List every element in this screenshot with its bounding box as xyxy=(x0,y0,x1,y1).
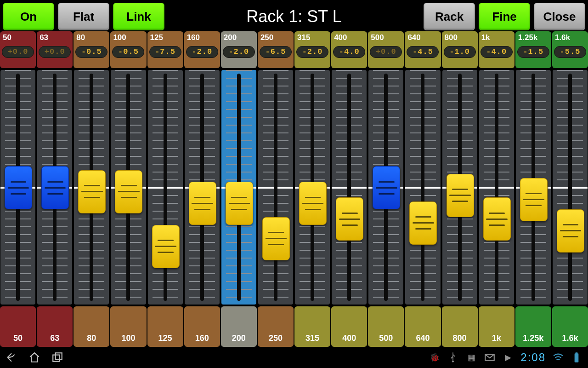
fine-button[interactable]: Fine xyxy=(479,3,530,30)
band-footer[interactable]: 160 xyxy=(184,306,220,347)
link-button[interactable]: Link xyxy=(113,3,164,30)
band-header[interactable]: 200-2.0 xyxy=(221,31,257,68)
band-footer[interactable]: 1k xyxy=(479,306,514,347)
band-gain-readout: -2.0 xyxy=(296,46,328,58)
band-footer[interactable]: 100 xyxy=(110,306,146,347)
back-icon[interactable] xyxy=(6,351,17,363)
fader-knob[interactable] xyxy=(262,217,290,260)
band-header[interactable]: 400-4.0 xyxy=(331,31,367,68)
band-header[interactable]: 125-7.5 xyxy=(147,31,183,68)
svg-rect-4 xyxy=(576,352,577,354)
band-footer[interactable]: 500 xyxy=(368,306,404,347)
band-fader[interactable] xyxy=(442,70,477,305)
band-gain-readout: -1.0 xyxy=(444,46,476,58)
band-fader[interactable] xyxy=(368,70,403,305)
band-header[interactable]: 160-2.0 xyxy=(184,31,220,68)
eq-band-1k: 1k-4.01k xyxy=(479,31,514,347)
band-gain-readout: -4.0 xyxy=(481,46,513,58)
fader-knob[interactable] xyxy=(226,182,253,225)
band-header[interactable]: 640-4.5 xyxy=(405,31,441,68)
band-freq-label: 160 xyxy=(187,33,200,42)
band-footer[interactable]: 640 xyxy=(405,306,441,347)
band-fader[interactable] xyxy=(74,70,109,305)
band-footer[interactable]: 315 xyxy=(294,306,330,347)
band-fader[interactable] xyxy=(516,70,551,305)
band-fader[interactable] xyxy=(148,70,183,305)
band-fader[interactable] xyxy=(405,70,440,305)
band-fader[interactable] xyxy=(221,70,256,305)
band-gain-readout: -7.5 xyxy=(149,46,181,58)
band-header[interactable]: 80-0.5 xyxy=(74,31,109,68)
band-footer[interactable]: 1.6k xyxy=(552,306,588,347)
band-freq-label: 640 xyxy=(407,33,420,42)
band-header[interactable]: 50+0.0 xyxy=(0,31,36,68)
band-fader[interactable] xyxy=(111,70,146,305)
band-header[interactable]: 1.25k-1.5 xyxy=(515,31,551,68)
band-freq-label-bottom: 200 xyxy=(232,334,246,343)
band-gain-readout: -6.5 xyxy=(260,46,292,58)
fader-knob[interactable] xyxy=(409,201,437,245)
close-button[interactable]: Close xyxy=(534,3,585,30)
band-freq-label: 80 xyxy=(76,33,85,42)
fader-knob[interactable] xyxy=(5,166,32,209)
band-header[interactable]: 1k-4.0 xyxy=(479,31,514,68)
band-freq-label: 50 xyxy=(3,33,11,42)
band-fader[interactable] xyxy=(295,70,330,305)
flat-button[interactable]: Flat xyxy=(58,3,109,30)
band-header[interactable]: 315-2.0 xyxy=(294,31,330,68)
fader-knob[interactable] xyxy=(152,225,180,268)
fader-knob[interactable] xyxy=(520,178,548,221)
eq-band-50: 50+0.050 xyxy=(0,31,36,347)
band-footer[interactable]: 125 xyxy=(147,306,183,347)
band-freq-label-bottom: 63 xyxy=(50,334,59,343)
fader-knob[interactable] xyxy=(447,174,474,217)
fader-knob[interactable] xyxy=(78,170,106,213)
band-header[interactable]: 800-1.0 xyxy=(442,31,478,68)
fader-knob[interactable] xyxy=(373,166,400,209)
band-gain-readout: -0.5 xyxy=(112,46,144,58)
band-freq-label: 1.25k xyxy=(518,33,538,42)
fader-knob[interactable] xyxy=(115,170,142,213)
band-gain-readout: -5.5 xyxy=(554,46,586,58)
band-freq-label-bottom: 80 xyxy=(87,334,96,343)
band-fader[interactable] xyxy=(37,70,72,305)
band-footer[interactable]: 1.25k xyxy=(515,306,551,347)
android-debug-icon: 🐞 xyxy=(429,351,441,363)
band-gain-readout: -4.5 xyxy=(407,46,439,58)
band-fader[interactable] xyxy=(479,70,514,305)
band-footer[interactable]: 400 xyxy=(331,306,367,347)
band-fader[interactable] xyxy=(258,70,293,305)
battery-icon xyxy=(571,351,582,363)
eq-band-640: 640-4.5640 xyxy=(405,31,441,347)
band-fader[interactable] xyxy=(0,70,35,305)
fader-knob[interactable] xyxy=(299,182,327,225)
rack-button[interactable]: Rack xyxy=(424,3,475,30)
band-footer[interactable]: 250 xyxy=(258,306,294,347)
band-header[interactable]: 100-0.5 xyxy=(110,31,146,68)
band-footer[interactable]: 50 xyxy=(0,306,36,347)
band-fader[interactable] xyxy=(185,70,220,305)
home-icon[interactable] xyxy=(28,351,40,363)
eq-band-400: 400-4.0400 xyxy=(331,31,367,347)
band-footer[interactable]: 63 xyxy=(37,306,73,347)
band-footer[interactable]: 80 xyxy=(74,306,109,347)
fader-knob[interactable] xyxy=(189,182,216,225)
band-footer[interactable]: 200 xyxy=(221,306,257,347)
band-freq-label-bottom: 400 xyxy=(342,334,356,343)
recent-apps-icon[interactable] xyxy=(51,351,63,363)
band-header[interactable]: 1.6k-5.5 xyxy=(552,31,588,68)
band-header[interactable]: 500+0.0 xyxy=(368,31,404,68)
fader-knob[interactable] xyxy=(41,166,69,209)
eq-band-1p25k: 1.25k-1.51.25k xyxy=(515,31,551,347)
band-footer[interactable]: 800 xyxy=(442,306,478,347)
band-header[interactable]: 250-6.5 xyxy=(258,31,294,68)
eq-band-125: 125-7.5125 xyxy=(147,31,183,347)
band-fader[interactable] xyxy=(553,70,588,305)
band-fader[interactable] xyxy=(332,70,367,305)
fader-knob[interactable] xyxy=(557,209,584,253)
fader-knob[interactable] xyxy=(336,197,363,241)
band-freq-label-bottom: 250 xyxy=(269,334,283,343)
band-header[interactable]: 63+0.0 xyxy=(37,31,73,68)
fader-knob[interactable] xyxy=(483,197,511,241)
on-button[interactable]: On xyxy=(3,3,54,30)
